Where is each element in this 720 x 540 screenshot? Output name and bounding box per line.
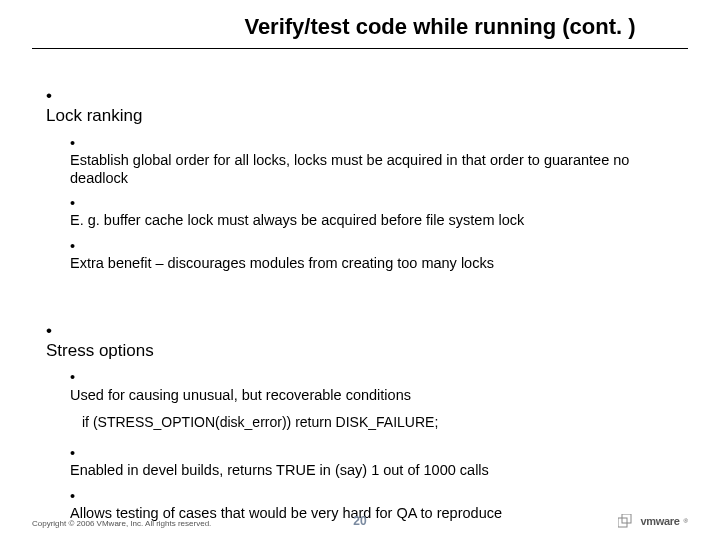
bullet-icon: • (70, 369, 82, 386)
page-number: 20 (353, 514, 366, 528)
bullet-icon: • (46, 321, 58, 341)
slide-title: Verify/test code while running (cont. ) (0, 14, 720, 40)
vmware-boxes-icon (618, 514, 636, 528)
bullet-icon: • (70, 445, 82, 462)
bullet-icon: • (70, 238, 82, 255)
bullet-text: Stress options (46, 341, 666, 361)
slide-content: • Lock ranking • Establish global order … (46, 72, 680, 526)
registered-icon: ® (684, 518, 688, 524)
sub-bullet: • Extra benefit – discourages modules fr… (70, 238, 680, 273)
title-rule (32, 48, 688, 49)
footer: Copyright © 2006 VMware, Inc. All rights… (0, 512, 720, 530)
bullet-icon: • (70, 195, 82, 212)
sub-bullet: • E. g. buffer cache lock must always be… (70, 195, 680, 230)
bullet-text: Enabled in devel builds, returns TRUE in… (70, 462, 666, 479)
copyright-text: Copyright © 2006 VMware, Inc. All rights… (32, 519, 211, 528)
bullet-icon: • (70, 488, 82, 505)
bullet-text: Establish global order for all locks, lo… (70, 152, 666, 187)
bullet-text: E. g. buffer cache lock must always be a… (70, 212, 666, 229)
sub-bullet: • Used for causing unusual, but recovera… (70, 369, 680, 404)
vmware-logo: vmware ® (618, 514, 688, 528)
vmware-logo-text: vmware (640, 515, 679, 527)
code-example: if (STRESS_OPTION(disk_error)) return DI… (82, 414, 680, 431)
bullet-stress-options: • Stress options (46, 321, 680, 362)
bullet-text: Lock ranking (46, 106, 666, 126)
bullet-text: Used for causing unusual, but recoverabl… (70, 387, 666, 404)
bullet-lock-ranking: • Lock ranking (46, 86, 680, 127)
bullet-text: Extra benefit – discourages modules from… (70, 255, 666, 272)
bullet-icon: • (46, 86, 58, 106)
sub-bullet: • Establish global order for all locks, … (70, 135, 680, 187)
sub-bullet: • Enabled in devel builds, returns TRUE … (70, 445, 680, 480)
bullet-icon: • (70, 135, 82, 152)
